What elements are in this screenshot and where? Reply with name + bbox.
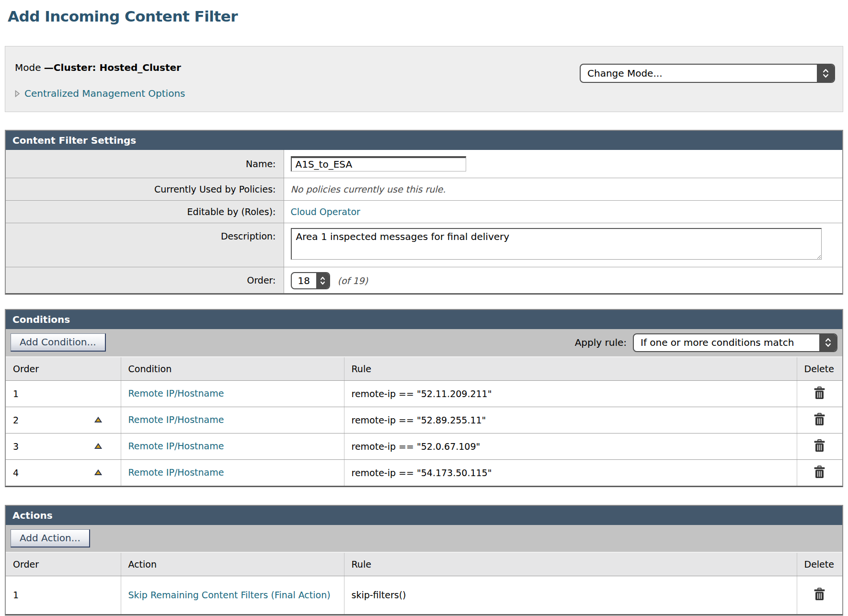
settings-row-name: Name: <box>6 150 842 178</box>
delete-button[interactable] <box>812 465 827 481</box>
select-stepper-icon <box>316 273 329 288</box>
order-select[interactable]: 18 <box>291 272 330 289</box>
order-of-label: (of 19) <box>338 275 368 286</box>
col-header-delete: Delete <box>797 357 842 381</box>
apply-rule-label: Apply rule: <box>575 337 627 348</box>
settings-row-order: Order: 18 (of 19) <box>6 267 842 293</box>
condition-link[interactable]: Remote IP/Hostname <box>128 441 224 451</box>
trash-icon <box>814 588 825 601</box>
condition-row: 2 Remote IP/Hostname remote-ip == "52.89… <box>6 407 842 433</box>
roles-label: Editable by (Roles): <box>6 200 284 223</box>
condition-link[interactable]: Remote IP/Hostname <box>128 414 224 425</box>
content-filter-settings-section: Content Filter Settings Name: Currently … <box>5 130 843 295</box>
page-title: Add Incoming Content Filter <box>8 8 843 25</box>
trash-icon <box>814 466 825 479</box>
condition-row: 1 Remote IP/Hostname remote-ip == "52.11… <box>6 380 842 407</box>
col-header-action: Action <box>121 553 344 576</box>
delete-button[interactable] <box>812 412 827 428</box>
page: Add Incoming Content Filter Mode —Cluste… <box>0 0 848 616</box>
condition-link[interactable]: Remote IP/Hostname <box>128 388 224 399</box>
condition-row: 4 Remote IP/Hostname remote-ip == "54.17… <box>6 459 842 486</box>
add-action-button[interactable]: Add Action... <box>11 529 90 548</box>
delete-button[interactable] <box>812 438 827 455</box>
condition-order: 2 <box>13 415 19 425</box>
add-condition-button[interactable]: Add Condition... <box>11 333 106 352</box>
order-label: Order: <box>6 267 284 293</box>
settings-row-description: Description: Area 1 inspected messages f… <box>6 223 842 267</box>
settings-section-header: Content Filter Settings <box>6 131 842 150</box>
actions-section: Actions Add Action... Order Action Rule … <box>5 505 843 616</box>
action-rule: skip-filters() <box>344 576 797 614</box>
select-stepper-icon <box>819 334 837 351</box>
action-link[interactable]: Skip Remaining Content Filters (Final Ac… <box>128 590 331 600</box>
actions-header-row: Order Action Rule Delete <box>6 553 842 576</box>
disclosure-triangle-icon[interactable] <box>15 90 20 97</box>
delete-button[interactable] <box>812 386 827 402</box>
condition-rule: remote-ip == "52.0.67.109" <box>344 433 797 459</box>
condition-rule: remote-ip == "52.89.255.11" <box>344 407 797 433</box>
policies-label: Currently Used by Policies: <box>6 178 284 200</box>
roles-link[interactable]: Cloud Operator <box>291 206 360 217</box>
move-up-icon[interactable] <box>94 469 102 476</box>
condition-rule: remote-ip == "52.11.209.211" <box>344 380 797 407</box>
settings-row-roles: Editable by (Roles): Cloud Operator <box>6 200 842 223</box>
change-mode-select[interactable]: Change Mode... <box>580 64 835 83</box>
col-header-delete: Delete <box>797 553 842 576</box>
conditions-section-header: Conditions <box>6 310 842 329</box>
conditions-section: Conditions Add Condition... Apply rule: … <box>5 309 843 487</box>
actions-section-header: Actions <box>6 506 842 525</box>
condition-order: 1 <box>13 388 19 399</box>
change-mode-value: Change Mode... <box>581 65 817 82</box>
condition-order: 4 <box>13 468 19 478</box>
select-stepper-icon <box>817 65 834 82</box>
name-label: Name: <box>6 150 284 178</box>
col-header-condition: Condition <box>121 357 344 381</box>
action-row: 1 Skip Remaining Content Filters (Final … <box>6 576 842 614</box>
col-header-order: Order <box>6 553 121 576</box>
order-select-value: 18 <box>292 273 316 288</box>
conditions-toolbar: Add Condition... Apply rule: If one or m… <box>6 329 842 357</box>
condition-row: 3 Remote IP/Hostname remote-ip == "52.0.… <box>6 433 842 459</box>
centralized-management-options-link[interactable]: Centralized Management Options <box>24 88 185 99</box>
delete-button[interactable] <box>812 587 827 603</box>
description-textarea[interactable]: Area 1 inspected messages for final deli… <box>291 228 822 260</box>
col-header-order: Order <box>6 357 121 381</box>
description-label: Description: <box>6 223 284 267</box>
condition-link[interactable]: Remote IP/Hostname <box>128 467 224 478</box>
move-up-icon[interactable] <box>94 417 102 423</box>
conditions-header-row: Order Condition Rule Delete <box>6 357 842 381</box>
move-up-icon[interactable] <box>94 443 102 449</box>
col-header-rule: Rule <box>344 357 797 381</box>
condition-order: 3 <box>13 441 19 452</box>
trash-icon <box>814 413 825 426</box>
apply-rule-select[interactable]: If one or more conditions match <box>633 333 837 352</box>
mode-box: Mode —Cluster: Hosted_Cluster Change Mod… <box>5 46 843 112</box>
trash-icon <box>814 387 825 399</box>
mode-value: —Cluster: Hosted_Cluster <box>44 62 181 73</box>
mode-label: Mode <box>15 62 44 73</box>
condition-rule: remote-ip == "54.173.50.115" <box>344 459 797 486</box>
actions-toolbar: Add Action... <box>6 525 842 553</box>
action-order: 1 <box>13 590 19 600</box>
settings-row-policies: Currently Used by Policies: No policies … <box>6 178 842 200</box>
name-input[interactable] <box>291 156 466 171</box>
trash-icon <box>814 439 825 452</box>
col-header-rule: Rule <box>344 553 797 576</box>
apply-rule-value: If one or more conditions match <box>634 334 819 351</box>
policies-value: No policies currently use this rule. <box>291 184 446 194</box>
